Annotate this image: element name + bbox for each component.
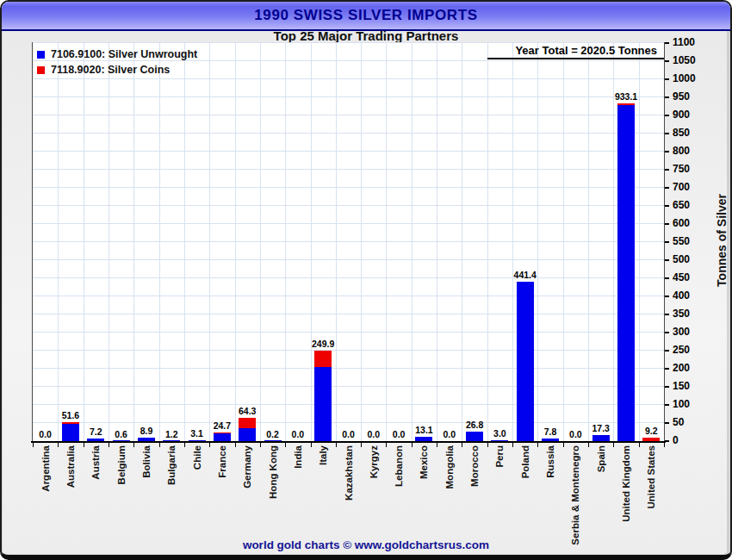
horizontal-gridline	[33, 259, 664, 260]
bar-value-label: 64.3	[223, 406, 271, 416]
y-axis-tick	[665, 277, 669, 279]
y-axis-tick-label: 550	[673, 235, 707, 247]
x-axis-tick	[412, 442, 413, 447]
vertical-gridline	[285, 43, 286, 441]
y-axis-tick	[665, 42, 669, 44]
horizontal-gridline	[33, 187, 664, 188]
y-axis-tick-label: 800	[673, 145, 707, 157]
vertical-gridline	[588, 43, 589, 441]
vertical-gridline	[58, 43, 59, 441]
x-axis-category-label: Serbia & Montenegro	[569, 445, 581, 547]
y-axis-tick	[665, 78, 669, 80]
horizontal-gridline	[33, 78, 664, 79]
vertical-gridline	[537, 43, 538, 441]
vertical-gridline	[512, 43, 513, 441]
horizontal-gridline	[33, 404, 664, 405]
y-axis-tick	[665, 96, 669, 98]
x-axis-category-label: Germany	[241, 445, 253, 547]
x-axis-tick	[386, 442, 387, 447]
x-axis-category-label: Austria	[90, 445, 102, 547]
bar-segment	[617, 103, 635, 105]
x-axis-category-label: United Kingdom	[620, 445, 632, 547]
x-axis-tick	[311, 442, 312, 447]
horizontal-gridline	[33, 115, 664, 115]
vertical-gridline	[311, 43, 312, 441]
x-axis-category-label: Argentina	[40, 445, 52, 547]
bar-segment	[62, 422, 79, 424]
horizontal-gridline	[33, 133, 664, 134]
y-axis-tick	[665, 296, 669, 297]
x-axis-tick	[209, 442, 210, 447]
plot-area: 0.051.67.20.68.91.23.124.764.30.20.0249.…	[32, 42, 665, 442]
y-axis-tick-label: 650	[673, 199, 707, 211]
vertical-gridline	[563, 43, 564, 441]
y-axis-tick	[665, 404, 669, 406]
y-axis-tick-label: 0	[673, 434, 707, 446]
x-axis-tick	[285, 442, 286, 447]
horizontal-gridline	[33, 223, 664, 224]
horizontal-gridline	[33, 169, 664, 170]
vertical-gridline	[260, 43, 261, 441]
vertical-gridline	[109, 43, 109, 441]
x-axis-tick	[537, 442, 538, 447]
y-axis-tick-label: 350	[673, 308, 707, 320]
vertical-gridline	[235, 43, 236, 441]
x-axis-tick	[462, 442, 462, 447]
x-axis-category-label: Mongolia	[444, 445, 456, 547]
y-axis-tick	[665, 259, 669, 261]
vertical-gridline	[639, 43, 640, 441]
horizontal-gridline	[33, 296, 664, 296]
bar-segment	[617, 105, 635, 441]
x-axis-tick	[336, 442, 337, 447]
y-axis-tick	[665, 169, 669, 171]
bar-value-label: 17.3	[577, 423, 625, 433]
x-axis-category-label: Poland	[519, 445, 531, 547]
y-axis-tick-label: 500	[673, 253, 707, 265]
x-axis-tick	[84, 442, 84, 447]
x-axis-tick	[613, 442, 614, 447]
y-axis-tick	[665, 151, 669, 152]
footer-credit: world gold charts © www.goldchartsrus.co…	[2, 538, 730, 552]
x-axis-category-label: Morocco	[468, 445, 481, 547]
y-axis-tick	[665, 314, 669, 315]
vertical-gridline	[437, 43, 437, 441]
horizontal-gridline	[33, 205, 664, 206]
horizontal-gridline	[33, 368, 664, 369]
x-axis-labels: ArgentinaAustraliaAustriaBelgiumBoliviaB…	[32, 444, 665, 552]
x-axis-category-label: France	[216, 445, 228, 547]
vertical-gridline	[412, 43, 413, 441]
x-axis-tick	[109, 442, 109, 447]
horizontal-gridline	[33, 386, 664, 387]
chart-subtitle: Top 25 Major Trading Partners	[2, 30, 730, 42]
vertical-gridline	[209, 43, 210, 441]
y-axis-tick	[665, 133, 669, 134]
vertical-gridline	[159, 43, 160, 441]
x-axis-tick	[260, 442, 261, 447]
y-axis-tick	[665, 205, 669, 207]
vertical-gridline	[613, 43, 614, 441]
x-axis-tick	[437, 442, 437, 447]
y-axis-tick-label: 200	[673, 362, 707, 374]
horizontal-gridline	[33, 332, 664, 333]
vertical-gridline	[184, 43, 185, 441]
x-axis-tick	[361, 442, 362, 447]
x-axis-category-label: Kyrgyz	[368, 445, 380, 547]
x-axis-category-label: India	[292, 445, 304, 547]
y-axis-tick	[665, 223, 669, 225]
legend-label: 7118.9020: Silver Coins	[51, 64, 170, 76]
vertical-gridline	[462, 43, 462, 441]
horizontal-gridline	[33, 350, 664, 351]
x-axis-category-label: Lebanon	[393, 445, 405, 547]
x-axis-category-label: Belgium	[115, 445, 127, 547]
bar-value-label: 0.0	[274, 429, 322, 439]
x-axis-category-label: Australia	[65, 445, 77, 547]
bar-value-label: 933.1	[602, 91, 650, 102]
y-axis-tick-label: 1100	[673, 36, 707, 48]
x-axis-line	[31, 441, 666, 443]
x-axis-category-label: Bulgaria	[165, 445, 177, 547]
bar-segment	[517, 282, 534, 441]
y-axis-tick-label: 1000	[673, 72, 707, 84]
legend: 7106.9100: Silver Unwrought 7118.9020: S…	[37, 47, 197, 78]
x-axis-tick	[639, 442, 640, 447]
x-axis-category-label: Kazakhstan	[343, 445, 355, 547]
